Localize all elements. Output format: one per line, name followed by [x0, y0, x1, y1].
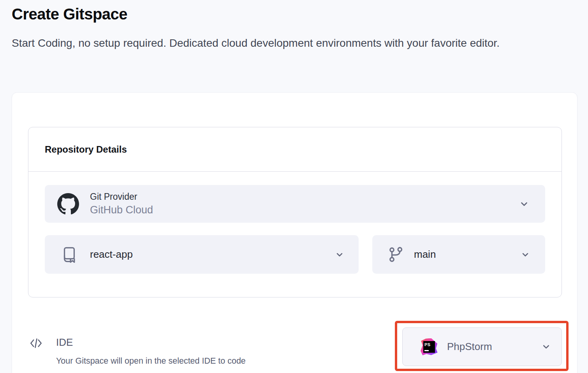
github-icon [57, 193, 79, 215]
repository-details-heading: Repository Details [45, 144, 127, 155]
branch-dropdown[interactable]: main [372, 235, 545, 274]
repository-value: react-app [90, 248, 133, 260]
page-title: Create Gitspace [12, 5, 127, 23]
phpstorm-icon-dash [424, 350, 429, 351]
git-provider-text: Git Provider GitHub Cloud [90, 192, 153, 216]
git-provider-label: Git Provider [90, 192, 153, 202]
repository-dropdown[interactable]: react-app [45, 235, 359, 274]
repository-details-card: Repository Details Git Provider GitHub C… [28, 127, 562, 297]
phpstorm-icon: PS [421, 338, 438, 355]
ide-section-label: IDE [56, 336, 73, 348]
git-provider-value: GitHub Cloud [90, 204, 153, 216]
repository-details-header: Repository Details [28, 127, 562, 172]
chevron-down-icon [541, 341, 551, 352]
chevron-down-icon [519, 199, 530, 209]
ide-section-description: Your Gitspace will open in the selected … [56, 356, 246, 366]
ide-select-dropdown[interactable]: PS PhpStorm [402, 327, 562, 366]
phpstorm-icon-square: PS [423, 341, 435, 353]
repo-book-icon [60, 246, 78, 264]
phpstorm-icon-text: PS [424, 342, 430, 347]
code-icon [29, 337, 43, 351]
ide-select-value: PhpStorm [447, 341, 492, 353]
branch-value: main [414, 248, 436, 260]
repository-details-body: Git Provider GitHub Cloud reac [28, 172, 562, 274]
chevron-down-icon [334, 250, 345, 260]
page-subtitle: Start Coding, no setup required. Dedicat… [12, 35, 500, 52]
chevron-down-icon [520, 250, 530, 260]
git-branch-icon [388, 246, 404, 263]
repo-branch-row: react-app ma [45, 235, 545, 274]
git-provider-dropdown[interactable]: Git Provider GitHub Cloud [45, 185, 545, 223]
